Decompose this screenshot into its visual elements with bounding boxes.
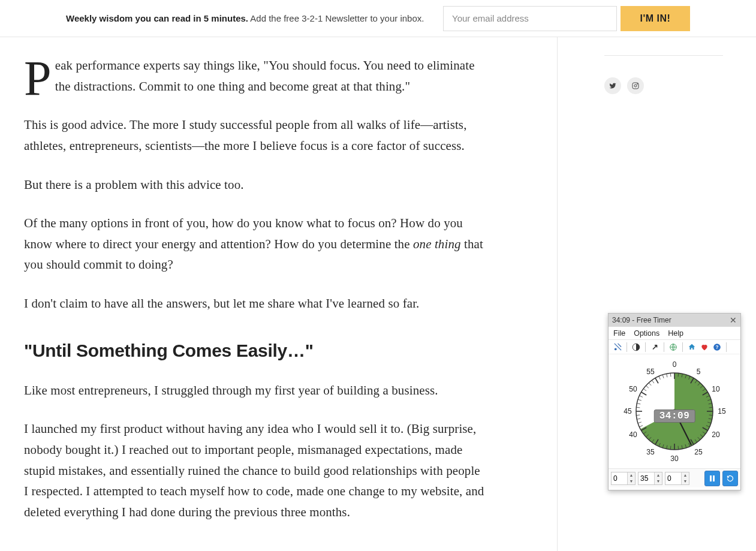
dial-num-35: 35 xyxy=(646,448,654,456)
newsletter-form: I'M IN! xyxy=(443,6,690,31)
minutes-up[interactable]: ▲ xyxy=(655,472,662,478)
menu-options[interactable]: Options xyxy=(634,329,659,338)
paragraph-1: Peak performance experts say things like… xyxy=(24,55,485,97)
seconds-down[interactable]: ▼ xyxy=(682,478,689,484)
minutes-down[interactable]: ▼ xyxy=(655,478,662,484)
paragraph-6: Like most entrepreneurs, I struggled thr… xyxy=(24,380,485,401)
dropcap: P xyxy=(24,59,52,98)
dial-num-0: 0 xyxy=(673,360,677,369)
globe-icon[interactable] xyxy=(668,342,679,353)
minutes-input[interactable] xyxy=(638,474,654,483)
timer-clock: 0 5 10 15 20 25 30 35 40 45 50 55 34:09 xyxy=(609,354,740,468)
newsletter-banner-text: Weekly wisdom you can read in 5 minutes.… xyxy=(66,13,424,23)
svg-line-67 xyxy=(667,374,667,377)
svg-line-52 xyxy=(637,418,640,419)
dial-num-10: 10 xyxy=(712,385,719,393)
toolbar-separator xyxy=(726,342,727,352)
dial-num-15: 15 xyxy=(718,407,725,415)
instagram-icon xyxy=(632,82,639,89)
svg-line-50 xyxy=(640,426,643,427)
paragraph-2: This is good advice. The more I study su… xyxy=(24,115,485,156)
newsletter-bold: Weekly wisdom you can read in 5 minutes. xyxy=(66,13,248,23)
dial-num-30: 30 xyxy=(670,454,678,463)
toolbar-separator xyxy=(664,342,664,352)
contrast-icon[interactable] xyxy=(631,342,641,353)
reset-icon xyxy=(727,475,734,482)
p4-em: one thing xyxy=(413,237,461,251)
timer-menubar: File Options Help xyxy=(609,327,740,340)
svg-line-66 xyxy=(662,375,664,378)
minutes-spinner[interactable]: ▲▼ xyxy=(638,472,662,485)
heart-icon[interactable] xyxy=(699,342,710,353)
digital-readout: 34:09 xyxy=(654,410,695,423)
svg-text:?: ? xyxy=(716,344,719,350)
dial-num-20: 20 xyxy=(712,430,719,439)
svg-line-55 xyxy=(636,407,640,408)
dial-num-50: 50 xyxy=(629,385,637,393)
svg-point-3 xyxy=(614,348,616,350)
hours-input[interactable] xyxy=(612,474,627,483)
menu-file[interactable]: File xyxy=(613,329,625,338)
paragraph-7: I launched my first product without havi… xyxy=(24,418,485,522)
section-heading: "Until Something Comes Easily…" xyxy=(24,341,485,361)
toolbar-separator xyxy=(682,342,683,352)
home-icon[interactable] xyxy=(686,342,697,353)
svg-line-64 xyxy=(655,378,658,384)
svg-line-65 xyxy=(659,377,660,380)
p1-text: eak performance experts say things like,… xyxy=(55,58,475,94)
svg-point-1 xyxy=(634,85,637,87)
seconds-spinner[interactable]: ▲▼ xyxy=(665,472,689,485)
twitter-link[interactable] xyxy=(604,77,621,94)
svg-line-62 xyxy=(649,383,651,385)
menu-help[interactable]: Help xyxy=(668,329,683,338)
seconds-up[interactable]: ▲ xyxy=(682,472,689,478)
svg-line-57 xyxy=(638,399,641,401)
reset-button[interactable] xyxy=(722,471,738,486)
toolbar-separator xyxy=(645,342,646,352)
paragraph-3: But there is a problem with this advice … xyxy=(24,174,485,195)
expand-icon[interactable]: ↗ xyxy=(649,342,660,353)
pause-button[interactable] xyxy=(704,471,720,486)
dial-num-40: 40 xyxy=(629,430,637,439)
timer-bottom-controls: ▲▼ ▲▼ ▲▼ xyxy=(609,468,740,487)
pause-icon xyxy=(709,475,715,481)
timer-toolbar: ↗ ? xyxy=(609,340,740,354)
help-icon[interactable]: ? xyxy=(712,342,722,353)
dial-num-45: 45 xyxy=(624,407,631,415)
svg-line-61 xyxy=(646,386,648,388)
paragraph-4: Of the many options in front of you, how… xyxy=(24,213,485,275)
timer-window[interactable]: 34:09 - Free Timer ✕ File Options Help ↗… xyxy=(608,313,741,490)
submit-button[interactable]: I'M IN! xyxy=(621,6,690,31)
hours-up[interactable]: ▲ xyxy=(628,472,635,478)
svg-line-60 xyxy=(643,389,646,391)
timer-titlebar[interactable]: 34:09 - Free Timer ✕ xyxy=(609,314,740,327)
p4-text-a: Of the many options in front of you, how… xyxy=(24,216,463,251)
hours-spinner[interactable]: ▲▼ xyxy=(611,472,635,485)
twitter-icon xyxy=(609,82,616,89)
settings-icon[interactable] xyxy=(612,342,623,353)
newsletter-rest: Add the free 3-2-1 Newsletter to your in… xyxy=(248,13,424,23)
timer-title: 34:09 - Free Timer xyxy=(612,316,671,324)
seconds-input[interactable] xyxy=(665,474,681,483)
instagram-link[interactable] xyxy=(627,77,644,94)
svg-rect-72 xyxy=(713,475,715,481)
article-content: Peak performance experts say things like… xyxy=(0,37,558,551)
email-input[interactable] xyxy=(443,6,617,31)
svg-line-53 xyxy=(636,415,640,415)
svg-rect-71 xyxy=(710,475,712,481)
sidebar-divider xyxy=(604,55,723,56)
svg-line-63 xyxy=(652,380,654,383)
toolbar-separator xyxy=(627,342,627,352)
svg-line-56 xyxy=(637,404,640,404)
paragraph-5: I don't claim to have all the answers, b… xyxy=(24,293,485,314)
close-icon[interactable]: ✕ xyxy=(730,315,737,325)
svg-line-58 xyxy=(640,396,643,397)
svg-point-2 xyxy=(637,84,638,85)
svg-line-51 xyxy=(638,422,641,423)
dial-num-5: 5 xyxy=(697,368,701,376)
dial-num-25: 25 xyxy=(694,448,702,456)
svg-line-59 xyxy=(641,392,647,395)
dial: 0 5 10 15 20 25 30 35 40 45 50 55 34:09 xyxy=(624,361,725,462)
dial-num-55: 55 xyxy=(646,368,654,376)
hours-down[interactable]: ▼ xyxy=(628,478,635,484)
